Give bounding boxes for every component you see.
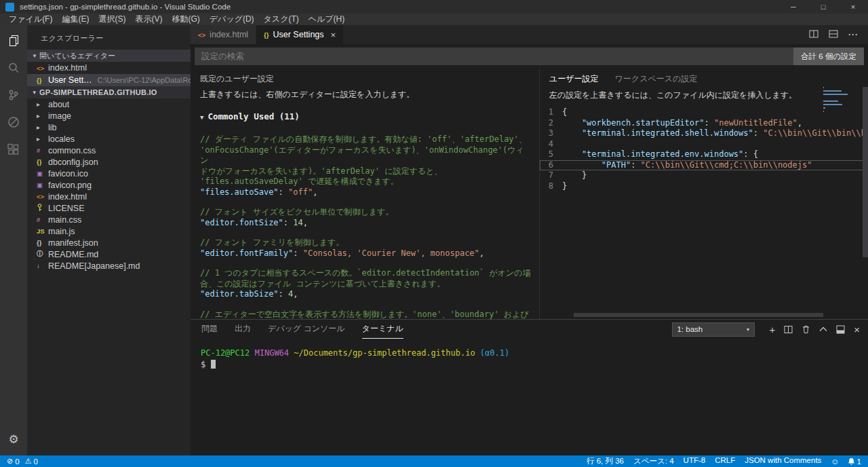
json-file-icon: {}: [264, 31, 269, 39]
user-settings-code[interactable]: 1{2 "workbench.startupEditor": "newUntit…: [540, 107, 868, 191]
tab-user-settings[interactable]: ユーザー設定: [549, 73, 599, 85]
panel-tab[interactable]: 出力: [235, 320, 251, 339]
tree-file[interactable]: LICENSE: [27, 202, 191, 214]
code-line[interactable]: 6 "PATH": "C:\\bin\\Git\\cmd;C:\\bin\\no…: [540, 160, 868, 171]
user-settings-hint: 左の設定を上書きするには、このファイル内に設定を挿入します。: [540, 89, 868, 107]
maximize-button[interactable]: □: [808, 0, 838, 14]
settings-group-header[interactable]: ▼Commonly Used (11): [200, 111, 531, 124]
activity-bar: ⚙: [0, 25, 27, 455]
menu-item[interactable]: 選択(S): [94, 14, 130, 25]
json-file-icon: {}: [37, 158, 48, 166]
user-settings-pane[interactable]: ユーザー設定 ワークスペースの設定 左の設定を上書きするには、このファイル内に設…: [539, 69, 868, 319]
menu-item[interactable]: 移動(G): [167, 14, 204, 25]
tree-folder[interactable]: ▸about: [27, 98, 191, 110]
problems-indicator[interactable]: ⊘ 0 ⚠ 0: [7, 457, 43, 466]
project-root-header[interactable]: ▾ GP-SIMPLETHREAD.GITHUB.IO: [27, 86, 191, 98]
menu-item[interactable]: デバッグ(D): [205, 14, 259, 25]
html-file-icon: <>: [37, 64, 48, 72]
close-button[interactable]: ×: [838, 0, 868, 14]
menu-item[interactable]: ヘルプ(H): [304, 14, 350, 25]
status-item[interactable]: スペース: 4: [633, 456, 674, 466]
editor-tab[interactable]: <>index.html: [191, 25, 256, 44]
search-icon[interactable]: [5, 60, 22, 76]
status-item[interactable]: UTF-8: [684, 456, 706, 466]
notifications-bell[interactable]: 1: [848, 457, 861, 466]
bell-icon: [848, 457, 855, 466]
tree-file[interactable]: #main.css: [27, 214, 191, 225]
tree-folder[interactable]: ▸image: [27, 110, 191, 122]
menu-item[interactable]: 編集(E): [57, 14, 94, 25]
tree-file[interactable]: <>index.html: [27, 191, 191, 202]
close-panel-icon[interactable]: ×: [854, 324, 860, 335]
toggle-layout-icon[interactable]: [829, 29, 838, 41]
settings-target-tabs: ユーザー設定 ワークスペースの設定: [540, 69, 868, 89]
code-line[interactable]: 7 }: [540, 170, 868, 181]
kill-terminal-trash-icon[interactable]: [802, 324, 810, 334]
status-item[interactable]: 行 6, 列 36: [587, 456, 624, 466]
tree-folder[interactable]: ▸lib: [27, 122, 191, 133]
settings-search-input[interactable]: [195, 48, 864, 65]
terminal-picker-dropdown[interactable]: 1: bash ▼: [672, 322, 755, 337]
warning-icon: ⚠: [25, 457, 32, 466]
toggle-panel-position-icon[interactable]: [836, 325, 845, 334]
tree-file[interactable]: JSmain.js: [27, 225, 191, 237]
tree-file[interactable]: ▣favicon.ico: [27, 168, 191, 179]
minimap[interactable]: [823, 87, 862, 114]
panel-tabs: 問題出力デバッグ コンソールターミナル: [201, 320, 420, 339]
split-terminal-icon[interactable]: [784, 325, 793, 334]
debug-icon[interactable]: [5, 114, 22, 130]
tree-file[interactable]: ▣favicon.png: [27, 179, 191, 191]
code-line[interactable]: 3 "terminal.integrated.shell.windows": "…: [540, 128, 868, 139]
editor-tab[interactable]: {}User Settings×: [256, 25, 344, 44]
default-settings-code: // ダーティ ファイルの自動保存を制御します。有効な値: 'off'、'aft…: [200, 134, 531, 319]
tree-file[interactable]: {}dbconfig.json: [27, 156, 191, 168]
json-file-icon: {}: [37, 77, 48, 84]
maximize-panel-icon[interactable]: [819, 326, 827, 332]
more-actions-icon[interactable]: ···: [848, 30, 859, 39]
terminal[interactable]: PC-12@PC12 MINGW64 ~/Documents/gp-simple…: [191, 339, 868, 371]
code-line[interactable]: 5 "terminal.integrated.env.windows": {: [540, 149, 868, 160]
horizontal-scrollbar[interactable]: [574, 313, 823, 317]
panel-tab[interactable]: ターミナル: [362, 320, 403, 339]
open-editors-header[interactable]: ▾ 開いているエディター: [27, 50, 191, 62]
settings-search-bar: 合計 6 個の設定: [191, 44, 868, 69]
panel-tab[interactable]: デバッグ コンソール: [268, 320, 345, 339]
panel-actions: 1: bash ▼ + ×: [672, 322, 868, 337]
split-editor-icon[interactable]: [809, 29, 818, 41]
vertical-scrollbar[interactable]: [863, 87, 868, 257]
new-terminal-icon[interactable]: +: [769, 324, 775, 335]
tree-file[interactable]: ⓘREADME.md: [27, 248, 191, 260]
source-control-icon[interactable]: [5, 87, 22, 103]
gear-icon[interactable]: ⚙: [5, 431, 22, 447]
status-item[interactable]: JSON with Comments: [745, 456, 821, 466]
status-item[interactable]: CRLF: [715, 456, 735, 466]
open-editors-label: 開いているエディター: [39, 51, 115, 61]
open-editor-item[interactable]: {}User SettingsC:\Users\PC-12\AppData\Ro…: [27, 74, 191, 86]
menu-item[interactable]: 表示(V): [130, 14, 167, 25]
css-file-icon: #: [37, 147, 48, 154]
settings-count-badge: 合計 6 個の設定: [793, 48, 864, 65]
feedback-smiley-icon[interactable]: ☺: [831, 457, 839, 466]
line-number: 5: [540, 149, 553, 160]
tree-file[interactable]: #common.css: [27, 145, 191, 156]
explorer-icon[interactable]: [5, 33, 22, 49]
menu-item[interactable]: ファイル(F): [4, 14, 57, 25]
tree-file[interactable]: ↓README[Japanese].md: [27, 260, 191, 272]
warning-count: 0: [34, 457, 38, 466]
close-icon[interactable]: ×: [331, 31, 336, 39]
minimize-button[interactable]: ─: [778, 0, 808, 14]
tree-file[interactable]: {}manifest.json: [27, 237, 191, 248]
line-number: 4: [540, 139, 553, 150]
extensions-icon[interactable]: [5, 141, 22, 157]
panel-tab[interactable]: 問題: [201, 320, 218, 339]
default-settings-pane[interactable]: 既定のユーザー設定 上書きするには、右側のエディターに設定を入力します。 ▼Co…: [191, 69, 539, 319]
code-line[interactable]: 1{: [540, 107, 868, 118]
tab-workspace-settings[interactable]: ワークスペースの設定: [615, 73, 698, 85]
code-line[interactable]: 4: [540, 139, 868, 150]
tree-folder[interactable]: ▸locales: [27, 133, 191, 145]
menu-item[interactable]: タスク(T): [259, 14, 304, 25]
project-root-label: GP-SIMPLETHREAD.GITHUB.IO: [39, 88, 157, 96]
open-editor-item[interactable]: <>index.html: [27, 62, 191, 74]
code-line[interactable]: 8}: [540, 181, 868, 192]
code-line[interactable]: 2 "workbench.startupEditor": "newUntitle…: [540, 118, 868, 129]
